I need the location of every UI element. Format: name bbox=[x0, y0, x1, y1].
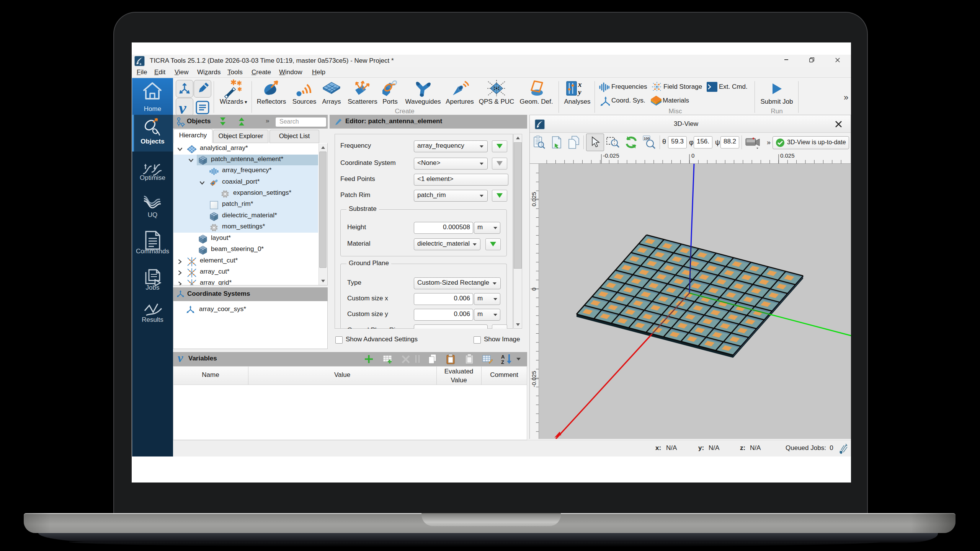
svg-text:y: y bbox=[577, 88, 581, 96]
svg-text:100: 100 bbox=[644, 136, 650, 140]
svg-text:A: A bbox=[501, 354, 505, 360]
svg-text:x: x bbox=[578, 80, 582, 88]
svg-text:Z: Z bbox=[501, 359, 504, 365]
